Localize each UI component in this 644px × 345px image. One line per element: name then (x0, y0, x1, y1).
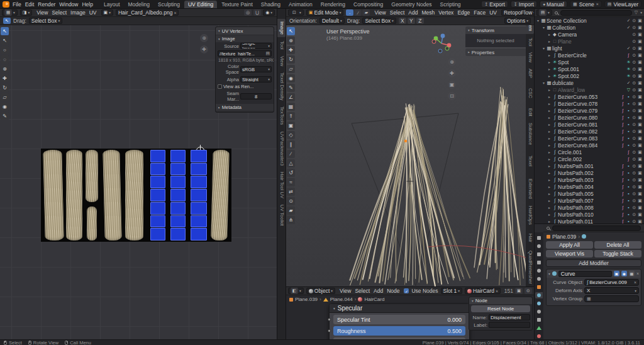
hide-viewport-eye-icon[interactable]: ⊙ (631, 136, 637, 141)
uv-face[interactable] (191, 215, 207, 228)
disclosure-closed-icon[interactable]: ▸ (547, 101, 552, 106)
move-tool-icon[interactable]: ✚ (287, 46, 295, 54)
uv-face[interactable] (150, 202, 165, 215)
pan-hand-icon[interactable]: ✚ (200, 45, 208, 54)
image-browse-selector[interactable]: ▣▾ (101, 9, 113, 16)
outliner-row-alward-low[interactable]: ▸□Alward_low▽⊙▣ (535, 86, 644, 93)
uv-face[interactable] (150, 215, 165, 228)
disclosure-open-icon[interactable]: ▾ (541, 81, 546, 85)
breadcrumb-object-name[interactable]: Plane.039 (552, 234, 576, 240)
outliner-row-collection[interactable]: ▾▦Collection✓⊙▣ (535, 24, 644, 31)
disclosure-closed-icon[interactable]: ▸ (547, 184, 552, 189)
workspace-tab-layout[interactable]: Layout (100, 1, 124, 8)
hide-render-camera-icon[interactable]: ▣ (637, 32, 643, 37)
hide-viewport-eye-icon[interactable]: ⊙ (631, 157, 637, 162)
navigation-gizmo[interactable] (431, 33, 452, 54)
hide-render-camera-icon[interactable]: ▣ (637, 164, 643, 169)
shader-type-dropdown[interactable]: Object▾ (306, 288, 335, 294)
properties-panel-header[interactable]: ▾Properties (465, 48, 526, 56)
hide-render-camera-icon[interactable]: ▣ (637, 150, 643, 155)
outliner-row-nurbspath-004[interactable]: ▸∫NurbsPath.004∫▪⊙▣ (535, 183, 644, 190)
uv-face[interactable] (170, 202, 186, 215)
uv-face[interactable] (150, 163, 165, 176)
hide-viewport-eye-icon[interactable]: ⊙ (631, 88, 637, 93)
viewport-tab-abp[interactable]: ABP (526, 66, 534, 81)
measure-tool-icon[interactable]: ∠ (287, 93, 295, 101)
hide-render-camera-icon[interactable]: ▣ (637, 67, 643, 72)
node-input-roughness[interactable]: Roughness0.500 (333, 326, 465, 336)
select-mode-edge[interactable]: ∕ (354, 9, 362, 16)
uv-menu-uv[interactable]: UV (87, 9, 99, 16)
display-render-toggle[interactable]: ◉ (621, 271, 627, 276)
disclosure-open-icon[interactable]: ▾ (541, 46, 546, 50)
hide-render-camera-icon[interactable]: ▣ (637, 94, 643, 99)
outliner-row-camera[interactable]: ▸◆Camera⊙▣ (535, 31, 644, 38)
manual-button[interactable]: ●Manual (540, 1, 567, 8)
selected-uv-island-column[interactable] (191, 150, 207, 240)
uv-face[interactable] (191, 189, 207, 201)
disclosure-closed-icon[interactable]: ▸ (547, 157, 552, 161)
bevel-tool-icon[interactable]: ◇ (287, 131, 295, 139)
outliner-search-input[interactable] (560, 10, 632, 16)
outliner-row-nurbspath-005[interactable]: ▸∫NurbsPath.005∫▪⊙▣ (535, 190, 644, 197)
open-file-icon[interactable]: ▤ (265, 51, 270, 56)
properties-tab-object-data[interactable] (535, 325, 543, 331)
uv-face[interactable] (191, 163, 207, 176)
source-dropdown[interactable]: Single Image▾ (240, 43, 272, 49)
select-mode-vertex[interactable]: ∙ (346, 9, 353, 16)
add-modifier-button[interactable]: Add Modifier (546, 259, 641, 267)
disclosure-closed-icon[interactable]: ▸ (547, 88, 552, 92)
display-viewport-toggle[interactable]: ▣ (614, 271, 619, 276)
properties-tab-world[interactable] (535, 276, 543, 282)
outliner-row-nurbspath-007[interactable]: ▸∫NurbsPath.007∫▪⊙▣ (535, 197, 644, 204)
transform-tool-icon[interactable]: ◉ (1, 103, 9, 111)
outliner-row-spot-002[interactable]: ▸☀Spot.002☀⊙▣ (535, 72, 644, 79)
hide-render-camera-icon[interactable]: ▣ (637, 122, 643, 127)
export-button[interactable]: ↥Export (481, 1, 508, 8)
scale-tool-icon[interactable]: ▱ (1, 93, 9, 101)
uv-face[interactable] (170, 228, 186, 240)
viewport-tab-quadremesher[interactable]: QuadRemesher (526, 248, 534, 286)
uv-face[interactable] (191, 176, 207, 188)
selected-uv-island-column[interactable] (170, 150, 186, 240)
viewport-menu-vertex[interactable]: Vertex (436, 9, 455, 16)
input-socket[interactable] (328, 329, 331, 332)
camera-view-icon[interactable]: ▣ (448, 81, 456, 89)
uv-tab-hair-tool-uv[interactable]: Hair Tool UV (277, 169, 286, 201)
disclosure-closed-icon[interactable]: ▸ (547, 164, 552, 168)
pan-hand-icon[interactable]: ✚ (448, 69, 456, 77)
alpha-dropdown[interactable]: Straight▾ (240, 76, 272, 82)
outliner-row-circle-001[interactable]: ▸∫Circle.001∫⊙▣ (535, 149, 644, 156)
disclosure-open-icon[interactable]: ▾ (541, 25, 546, 30)
uv-display-mode-selector[interactable]: ◨▾ (20, 9, 32, 16)
node-canvas[interactable]: Plane.039›Plane.044›HairCard ▾Specular S… (286, 295, 534, 339)
hide-render-camera-icon[interactable]: ▣ (637, 143, 643, 148)
hide-render-camera-icon[interactable]: ▣ (637, 60, 643, 65)
hide-viewport-eye-icon[interactable]: ⊙ (631, 46, 637, 51)
hide-viewport-eye-icon[interactable]: ⊙ (631, 115, 637, 120)
disclosure-closed-icon[interactable]: ▸ (547, 205, 552, 210)
disclosure-closed-icon[interactable]: ▸ (547, 108, 552, 113)
hide-render-camera-icon[interactable]: ▣ (637, 46, 643, 51)
cursor-tool-icon[interactable]: ⊕ (1, 65, 9, 73)
workspace-tab-uv-editing[interactable]: UV Editing (184, 1, 217, 8)
uv-canvas[interactable]: ↖↖○◌⊕✚↻▱◉✎ ⊕ ✚ ▾UV Vertex ▾Image Source … (0, 25, 277, 339)
snap-magnet-icon[interactable]: ⋃ (253, 9, 261, 16)
material-name-field[interactable]: HairCard× (465, 288, 501, 294)
properties-tab-view-layer[interactable] (535, 259, 543, 266)
select-lasso-tool-icon[interactable]: ◌ (1, 55, 9, 64)
editor-type-selector[interactable]: ▦▾ (2, 9, 18, 16)
mode-dropdown[interactable]: ▣Edit Mode▾ (306, 9, 344, 16)
disclosure-closed-icon[interactable]: ▸ (547, 150, 552, 154)
metadata-section-header[interactable]: ▾Metadata (216, 104, 274, 111)
tweak-tool-icon[interactable]: ↖ (1, 27, 9, 35)
uv-face[interactable] (150, 150, 165, 162)
workspace-tab-scripting[interactable]: Scripting (436, 1, 465, 8)
image-name-field[interactable]: Hair_Card_Albedo.png× (116, 9, 179, 16)
hide-viewport-eye-icon[interactable]: ⊙ (631, 212, 637, 217)
viewport-canvas[interactable]: User Perspective (146) Plane.039 ↖⊕✚↻▱◉✎… (286, 25, 526, 286)
specular-node[interactable]: ▾Specular Specular Tint0.000Roughness0.5… (329, 303, 470, 339)
disclosure-closed-icon[interactable]: ▸ (547, 143, 552, 147)
rip-tool-icon[interactable]: ⋔ (287, 216, 295, 224)
viewport-tab-view[interactable]: View (526, 50, 534, 65)
